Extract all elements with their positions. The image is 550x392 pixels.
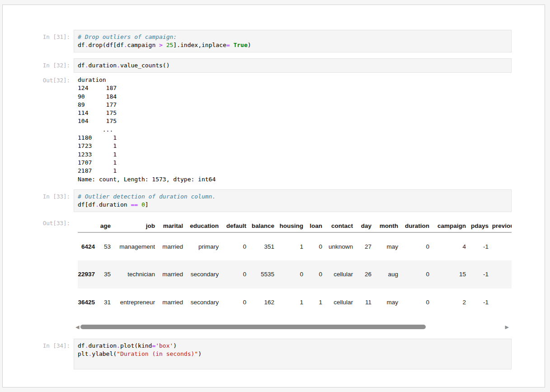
column-header: contact	[325, 217, 356, 232]
code-token: )	[198, 350, 202, 357]
text-output: duration 124 187 90 184 89 177 114 175 1…	[78, 76, 216, 184]
code-editor-32[interactable]: df.duration.value_counts()	[74, 58, 512, 73]
table-cell: 26	[356, 260, 375, 288]
code-cell-31: In [31]: # Drop outliers of campaign:df.…	[3, 30, 545, 52]
table-cell: 35	[98, 260, 114, 288]
table-cell: 31	[98, 288, 114, 316]
code-token: )	[173, 342, 177, 349]
scroll-left-icon[interactable]: ◀	[75, 323, 79, 331]
code-token: df	[78, 62, 85, 69]
table-cell: 53	[98, 232, 114, 260]
column-header: campaign	[432, 217, 469, 232]
code-token: ylabel(	[92, 350, 117, 357]
code-token: duration	[88, 62, 117, 69]
code-token: =	[226, 42, 230, 48]
scroll-right-icon[interactable]: ▶	[505, 323, 509, 331]
input-prompt: In [32]:	[3, 58, 74, 73]
column-header: age	[98, 217, 114, 232]
table-cell: 15	[432, 260, 469, 288]
code-editor-31[interactable]: # Drop outliers of campaign:df.drop(df[d…	[74, 30, 512, 52]
table-cell: technician	[114, 260, 158, 288]
code-line: # Drop outliers of campaign:	[78, 33, 508, 41]
code-token: ]	[145, 201, 149, 208]
prompt-spacer	[3, 322, 74, 332]
code-token: ==	[131, 201, 138, 208]
column-header: previous	[492, 217, 512, 232]
output-cell-33: Out[33]: agejobmaritaleducationdefaultba…	[3, 217, 545, 316]
code-token: df	[78, 342, 85, 349]
column-header: education	[186, 217, 222, 232]
output-prompt: Out[32]:	[3, 76, 74, 184]
code-token: .	[117, 342, 120, 349]
code-token: .	[117, 62, 120, 69]
table-row: 642453managementmarriedprimary035110unkn…	[78, 232, 512, 260]
code-token: # Outlier detection of duration column.	[78, 193, 216, 200]
code-token: value_counts()	[120, 62, 170, 69]
dataframe-output: agejobmaritaleducationdefaultbalancehous…	[74, 217, 512, 316]
desktop: { "cells": [ { "kind": "code", "prompt":…	[0, 0, 550, 392]
table-cell: secondary	[186, 288, 222, 316]
table-cell: 0	[222, 260, 249, 288]
code-token: >	[159, 42, 163, 48]
code-token: .	[124, 42, 127, 48]
table-cell: 0	[222, 232, 249, 260]
code-editor-33[interactable]: # Outlier detection of duration column.d…	[74, 189, 512, 212]
code-token: True	[233, 42, 247, 48]
table-cell: management	[114, 232, 158, 260]
column-header: housing	[277, 217, 306, 232]
table-cell: cellular	[325, 260, 356, 288]
horizontal-scrollbar[interactable]: ◀ ▶	[74, 322, 512, 332]
code-cell-33: In [33]: # Outlier detection of duration…	[3, 189, 545, 212]
code-token: )	[248, 42, 251, 48]
column-header: month	[375, 217, 401, 232]
code-token: df[df	[78, 201, 95, 208]
code-editor-34[interactable]: df.duration.plot(kind='box')plt.ylabel("…	[74, 339, 512, 369]
table-cell: 1	[306, 288, 325, 316]
scrollbar-thumb[interactable]	[80, 325, 426, 329]
table-row: 3642531entrepreneurmarriedsecondary01621…	[78, 288, 512, 316]
table-cell: may	[375, 288, 401, 316]
code-line: # Outlier detection of duration column.	[78, 193, 508, 201]
scrollbar-row: ◀ ▶	[3, 322, 545, 332]
table-cell: may	[375, 232, 401, 260]
table-cell	[492, 232, 512, 260]
table-cell: unknown	[325, 232, 356, 260]
code-token	[163, 42, 166, 48]
table-cell: cellular	[325, 288, 356, 316]
code-token	[138, 201, 141, 208]
dataframe-table: agejobmaritaleducationdefaultbalancehous…	[78, 217, 512, 316]
code-token: 25	[166, 42, 174, 48]
column-header: default	[222, 217, 249, 232]
table-cell	[492, 288, 512, 316]
table-cell: married	[158, 232, 186, 260]
table-cell: 0	[277, 260, 306, 288]
table-cell: entrepreneur	[114, 288, 158, 316]
table-cell: secondary	[186, 260, 222, 288]
code-line: df.duration.plot(kind='box')	[78, 342, 508, 350]
input-prompt: In [34]:	[3, 339, 74, 369]
table-cell: 162	[249, 288, 277, 316]
code-token: ].index,inplace	[173, 42, 226, 48]
code-token: duration	[88, 342, 117, 349]
table-cell: 4	[432, 232, 469, 260]
code-token: 'box'	[155, 342, 173, 349]
table-cell: -1	[469, 288, 492, 316]
table-cell: married	[158, 288, 186, 316]
table-cell	[492, 260, 512, 288]
row-index: 36425	[78, 288, 98, 316]
table-cell: 0	[401, 260, 432, 288]
column-header: balance	[249, 217, 277, 232]
notebook-page: In [31]: # Drop outliers of campaign:df.…	[2, 5, 545, 387]
column-header: job	[114, 217, 158, 232]
table-cell: 1	[277, 232, 306, 260]
code-token: df	[78, 42, 85, 48]
code-cell-34: In [34]: df.duration.plot(kind='box')plt…	[3, 339, 545, 369]
index-header	[78, 217, 98, 232]
code-token: .	[95, 201, 99, 208]
table-cell: 0	[401, 288, 432, 316]
table-cell: 11	[356, 288, 375, 316]
table-cell: 1	[277, 288, 306, 316]
code-token: duration	[99, 201, 131, 208]
input-prompt: In [31]:	[3, 30, 74, 52]
column-header: duration	[401, 217, 432, 232]
